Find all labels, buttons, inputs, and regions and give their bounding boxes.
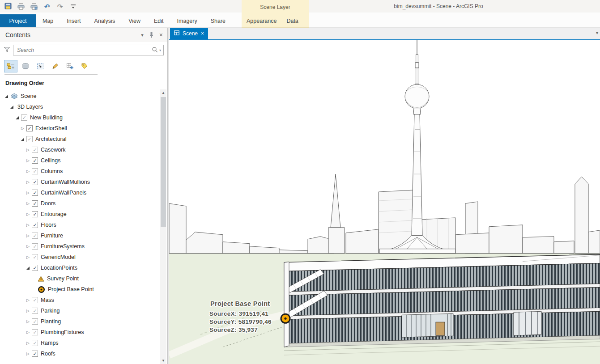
tree-item-project-base-point[interactable]: Project Base Point bbox=[0, 284, 167, 295]
tab-map[interactable]: Map bbox=[36, 14, 60, 27]
scrollbar-thumb[interactable] bbox=[161, 97, 166, 227]
expander-expanded-icon[interactable] bbox=[14, 115, 20, 121]
tree-item-locationpoints[interactable]: ✓LocationPoints bbox=[0, 262, 167, 273]
layer-visibility-checkbox[interactable]: ✓ bbox=[32, 329, 38, 335]
layer-visibility-checkbox[interactable]: ✓ bbox=[32, 308, 38, 314]
layer-visibility-checkbox[interactable]: ✓ bbox=[32, 179, 38, 185]
tab-share[interactable]: Share bbox=[204, 14, 232, 27]
tab-edit[interactable]: Edit bbox=[147, 14, 170, 27]
expander-collapsed-icon[interactable] bbox=[25, 201, 31, 207]
search-input[interactable] bbox=[13, 45, 163, 55]
customize-toolbar-icon[interactable] bbox=[68, 2, 77, 11]
expander-collapsed-icon[interactable] bbox=[25, 340, 31, 346]
tree-item-3d-layers[interactable]: 3D Layers bbox=[0, 102, 167, 112]
tree-item-planting[interactable]: ✓Planting bbox=[0, 316, 167, 327]
layer-visibility-checkbox[interactable]: ✓ bbox=[32, 147, 38, 153]
layer-visibility-checkbox[interactable]: ✓ bbox=[32, 243, 38, 250]
tree-item-new-building[interactable]: ✓New Building bbox=[0, 112, 167, 123]
tree-item-curtainwallpanels[interactable]: ✓CurtainWallPanels bbox=[0, 187, 167, 198]
tree-item-columns[interactable]: ✓Columns bbox=[0, 166, 167, 177]
tree-item-exteriorshell[interactable]: ✓ExteriorShell bbox=[0, 123, 167, 134]
scroll-up-icon[interactable]: ▲ bbox=[160, 89, 166, 96]
expander-collapsed-icon[interactable] bbox=[25, 233, 31, 239]
print-icon[interactable] bbox=[17, 2, 26, 11]
list-by-labeling-icon[interactable] bbox=[78, 60, 91, 72]
layer-visibility-checkbox[interactable]: ✓ bbox=[32, 168, 38, 174]
expander-collapsed-icon[interactable] bbox=[25, 319, 31, 325]
layer-visibility-checkbox[interactable]: ✓ bbox=[32, 157, 38, 164]
expander-expanded-icon[interactable] bbox=[20, 136, 26, 142]
layer-visibility-checkbox[interactable]: ✓ bbox=[32, 254, 38, 260]
expander-expanded-icon[interactable] bbox=[25, 265, 31, 271]
pin-icon[interactable] bbox=[149, 32, 154, 38]
print-layout-icon[interactable] bbox=[30, 2, 38, 11]
tree-item-furnituresystems[interactable]: ✓FurnitureSystems bbox=[0, 241, 167, 252]
list-by-data-source-icon[interactable] bbox=[19, 60, 32, 72]
tree-item-genericmodel[interactable]: ✓GenericModel bbox=[0, 252, 167, 262]
expander-collapsed-icon[interactable] bbox=[25, 222, 31, 228]
expander-expanded-icon[interactable] bbox=[4, 93, 9, 99]
tree-item-entourage[interactable]: ✓Entourage bbox=[0, 209, 167, 220]
tree-item-ceilings[interactable]: ✓Ceilings bbox=[0, 155, 167, 166]
tree-item-parking[interactable]: ✓Parking bbox=[0, 305, 167, 316]
pane-menu-icon[interactable]: ▾ bbox=[141, 32, 144, 38]
expander-collapsed-icon[interactable] bbox=[25, 190, 31, 196]
expander-collapsed-icon[interactable] bbox=[25, 254, 31, 260]
close-view-icon[interactable]: × bbox=[201, 31, 204, 36]
expander-collapsed-icon[interactable] bbox=[25, 308, 31, 314]
scene-3d-view[interactable]: Project Base Point SourceX: 391519,41 So… bbox=[169, 40, 600, 364]
layer-visibility-checkbox[interactable]: ✓ bbox=[26, 125, 33, 131]
expander-collapsed-icon[interactable] bbox=[25, 330, 31, 335]
tab-data[interactable]: Data bbox=[286, 18, 298, 24]
expander-expanded-icon[interactable] bbox=[9, 104, 15, 110]
save-icon[interactable] bbox=[4, 2, 13, 11]
layer-visibility-checkbox[interactable]: ✓ bbox=[32, 297, 38, 303]
expander-collapsed-icon[interactable] bbox=[25, 158, 31, 164]
tree-item-floors[interactable]: ✓Floors bbox=[0, 220, 167, 230]
layer-visibility-checkbox[interactable]: ✓ bbox=[32, 233, 38, 239]
layer-visibility-checkbox[interactable]: ✓ bbox=[26, 136, 33, 142]
search-options-caret-icon[interactable]: ▾ bbox=[159, 48, 161, 52]
layer-visibility-checkbox[interactable]: ✓ bbox=[32, 211, 38, 217]
search-icon[interactable] bbox=[152, 47, 158, 54]
expander-collapsed-icon[interactable] bbox=[25, 169, 31, 174]
redo-icon[interactable]: ↷▾ bbox=[55, 2, 64, 11]
view-tab-scene[interactable]: Scene × bbox=[170, 28, 208, 39]
layer-visibility-checkbox[interactable]: ✓ bbox=[32, 190, 38, 196]
list-by-snapping-icon[interactable] bbox=[64, 60, 76, 72]
tab-imagery[interactable]: Imagery bbox=[170, 14, 204, 27]
filter-icon[interactable] bbox=[4, 47, 10, 54]
expander-collapsed-icon[interactable] bbox=[25, 147, 31, 153]
layer-visibility-checkbox[interactable]: ✓ bbox=[32, 351, 38, 357]
expander-collapsed-icon[interactable] bbox=[25, 179, 31, 185]
layer-visibility-checkbox[interactable]: ✓ bbox=[32, 200, 38, 207]
tree-item-doors[interactable]: ✓Doors bbox=[0, 198, 167, 209]
tab-list-caret-icon[interactable]: ▾ bbox=[596, 30, 598, 35]
tree-item-curtainwallmullions[interactable]: ✓CurtainWallMullions bbox=[0, 177, 167, 187]
layer-visibility-checkbox[interactable]: ✓ bbox=[32, 340, 38, 346]
contents-scrollbar[interactable]: ▲ ▼ bbox=[160, 89, 166, 364]
undo-icon[interactable]: ↶▾ bbox=[43, 2, 51, 11]
tree-item-ramps[interactable]: ✓Ramps bbox=[0, 338, 167, 348]
layer-visibility-checkbox[interactable]: ✓ bbox=[32, 265, 38, 271]
tree-item-roofs[interactable]: ✓Roofs bbox=[0, 348, 167, 359]
expander-collapsed-icon[interactable] bbox=[25, 212, 31, 217]
list-by-selection-icon[interactable] bbox=[34, 60, 47, 72]
tree-item-furniture[interactable]: ✓Furniture bbox=[0, 230, 167, 241]
layer-visibility-checkbox[interactable]: ✓ bbox=[32, 222, 38, 228]
tree-item-survey-point[interactable]: Survey Point bbox=[0, 273, 167, 284]
layer-visibility-checkbox[interactable]: ✓ bbox=[32, 318, 38, 325]
tree-item-scene[interactable]: Scene bbox=[0, 91, 167, 102]
scroll-down-icon[interactable]: ▼ bbox=[160, 357, 166, 364]
expander-collapsed-icon[interactable] bbox=[25, 297, 31, 303]
tree-item-plumbingfixtures[interactable]: ✓PlumbingFixtures bbox=[0, 327, 167, 338]
tab-project[interactable]: Project bbox=[0, 14, 36, 27]
expander-collapsed-icon[interactable] bbox=[20, 126, 26, 131]
expander-collapsed-icon[interactable] bbox=[25, 351, 31, 357]
tree-item-casework[interactable]: ✓Casework bbox=[0, 144, 167, 155]
tree-item-mass[interactable]: ✓Mass bbox=[0, 295, 167, 305]
list-by-drawing-order-icon[interactable] bbox=[4, 60, 17, 72]
tab-view[interactable]: View bbox=[122, 14, 147, 27]
layer-visibility-checkbox[interactable]: ✓ bbox=[21, 114, 27, 121]
tab-appearance[interactable]: Appearance bbox=[247, 18, 277, 24]
